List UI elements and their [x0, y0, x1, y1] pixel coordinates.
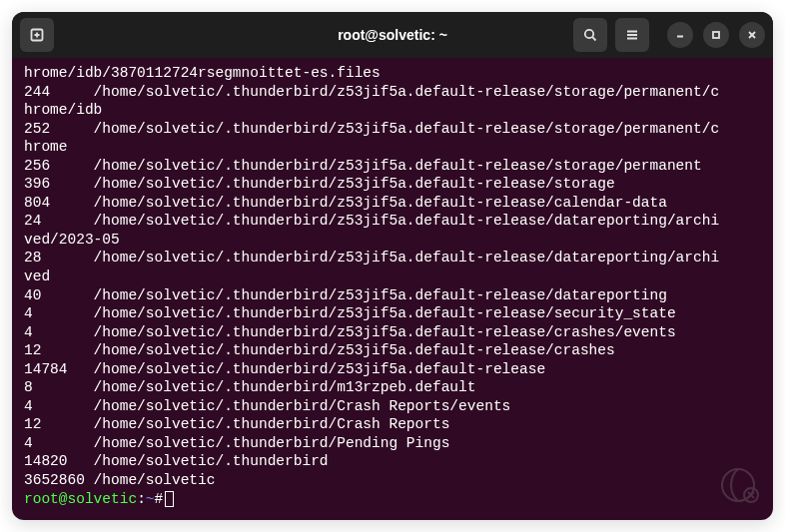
terminal-output-line: 24 /home/solvetic/.thunderbird/z53jif5a.… — [24, 212, 761, 231]
svg-point-3 — [585, 30, 593, 38]
terminal-output-line: 256 /home/solvetic/.thunderbird/z53jif5a… — [24, 157, 761, 176]
terminal-window: root@solvetic: ~ — [12, 12, 773, 520]
terminal-output-line: 28 /home/solvetic/.thunderbird/z53jif5a.… — [24, 249, 761, 267]
window-title: root@solvetic: ~ — [338, 27, 447, 43]
terminal-output-line: ved/2023-05 — [24, 231, 761, 250]
window-controls — [667, 22, 765, 48]
close-button[interactable] — [739, 22, 765, 48]
minimize-icon — [674, 29, 686, 41]
terminal-output-line: 12 /home/solvetic/.thunderbird/Crash Rep… — [24, 415, 761, 434]
terminal-output-line: 4 /home/solvetic/.thunderbird/Pending Pi… — [24, 434, 761, 453]
new-tab-icon — [29, 27, 45, 43]
minimize-button[interactable] — [667, 22, 693, 48]
terminal-output-line: 4 /home/solvetic/.thunderbird/Crash Repo… — [24, 397, 761, 416]
search-icon — [582, 27, 598, 43]
cursor — [165, 491, 174, 507]
svg-line-4 — [592, 37, 595, 40]
terminal-output-line: 12 /home/solvetic/.thunderbird/z53jif5a.… — [24, 341, 761, 360]
terminal-output-line: 4 /home/solvetic/.thunderbird/z53jif5a.d… — [24, 304, 761, 323]
terminal-output-line: 40 /home/solvetic/.thunderbird/z53jif5a.… — [24, 286, 761, 305]
prompt-colon: : — [137, 491, 146, 507]
terminal-body[interactable]: hrome/idb/3870112724rsegmnoittet-es.file… — [12, 58, 773, 520]
prompt-line: root@solvetic:~# — [24, 490, 761, 509]
terminal-output-line: 252 /home/solvetic/.thunderbird/z53jif5a… — [24, 120, 761, 139]
terminal-output-line: hrome/idb/3870112724rsegmnoittet-es.file… — [24, 64, 761, 83]
prompt-user-host: root@solvetic — [24, 491, 137, 507]
terminal-output-line: 244 /home/solvetic/.thunderbird/z53jif5a… — [24, 83, 761, 102]
terminal-output-line: 3652860 /home/solvetic — [24, 471, 761, 490]
titlebar: root@solvetic: ~ — [12, 12, 773, 58]
terminal-output-line: hrome/idb — [24, 101, 761, 120]
prompt-hash: # — [155, 491, 164, 507]
close-icon — [746, 29, 758, 41]
menu-button[interactable] — [615, 18, 649, 52]
terminal-output-line: hrome — [24, 138, 761, 157]
terminal-output-line: 804 /home/solvetic/.thunderbird/z53jif5a… — [24, 194, 761, 213]
maximize-icon — [710, 29, 722, 41]
prompt-path: ~ — [146, 491, 155, 507]
svg-rect-9 — [713, 32, 719, 38]
new-tab-button[interactable] — [20, 18, 54, 52]
titlebar-left — [20, 18, 58, 52]
terminal-output-line: 14784 /home/solvetic/.thunderbird/z53jif… — [24, 360, 761, 379]
terminal-output-line: 4 /home/solvetic/.thunderbird/z53jif5a.d… — [24, 323, 761, 342]
maximize-button[interactable] — [703, 22, 729, 48]
terminal-output-line: 14820 /home/solvetic/.thunderbird — [24, 452, 761, 471]
titlebar-right — [573, 18, 765, 52]
search-button[interactable] — [573, 18, 607, 52]
terminal-output-line: 396 /home/solvetic/.thunderbird/z53jif5a… — [24, 175, 761, 194]
terminal-output-line: 8 /home/solvetic/.thunderbird/m13rzpeb.d… — [24, 378, 761, 397]
terminal-output-line: ved — [24, 267, 761, 286]
menu-icon — [624, 27, 640, 43]
